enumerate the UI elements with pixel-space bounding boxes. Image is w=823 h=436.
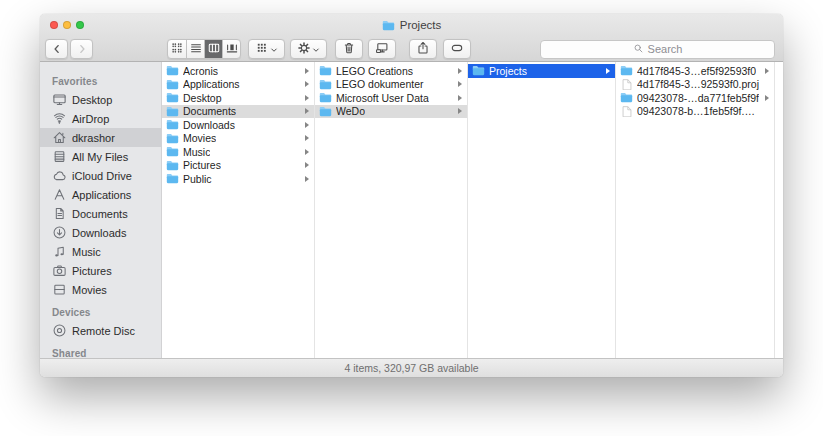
file-name: 09423078-…da771feb5f9f — [637, 92, 759, 104]
search-input[interactable]: Search — [540, 40, 775, 59]
home-icon — [52, 130, 67, 145]
disclosure-arrow-icon — [458, 95, 462, 101]
tag-icon — [450, 41, 464, 58]
back-button[interactable] — [45, 39, 68, 59]
document-icon — [52, 206, 67, 221]
disclosure-arrow-icon — [305, 81, 309, 87]
applications-icon — [52, 187, 67, 202]
connect-button[interactable] — [368, 39, 396, 59]
status-text: 4 items, 320,97 GB available — [344, 362, 478, 374]
all-files-icon — [52, 149, 67, 164]
disclosure-arrow-icon — [606, 68, 610, 74]
folder-icon — [166, 173, 179, 184]
sidebar-item-desktop[interactable]: Desktop — [40, 90, 161, 109]
action-button[interactable] — [290, 39, 327, 59]
window-title: Projects — [400, 19, 442, 31]
sidebar-item-label: dkrashor — [72, 132, 115, 144]
folder-icon — [166, 133, 179, 144]
file-name: Acronis — [183, 65, 218, 77]
content-area: Favorites Desktop AirDrop dkrashor All M… — [40, 62, 783, 358]
desktop-icon — [52, 92, 67, 107]
column-filler — [775, 62, 783, 358]
sidebar-item-label: Movies — [72, 284, 107, 296]
sidebar-item-remote-disc[interactable]: Remote Disc — [40, 321, 161, 340]
file-row[interactable]: 09423078-b…1feb5f9f.proj — [616, 105, 774, 119]
file-row[interactable]: 4d17f845-3…92593f0.proj — [616, 78, 774, 92]
list-view-button[interactable] — [186, 40, 204, 58]
disclosure-arrow-icon — [305, 108, 309, 114]
file-row[interactable]: Documents — [162, 105, 314, 119]
sidebar-item-label: Remote Disc — [72, 325, 135, 337]
file-row[interactable]: Desktop — [162, 91, 314, 105]
disclosure-arrow-icon — [765, 68, 769, 74]
music-note-icon — [52, 244, 67, 259]
file-row[interactable]: Acronis — [162, 64, 314, 78]
toolbar: Search — [45, 39, 775, 59]
disclosure-arrow-icon — [765, 95, 769, 101]
tags-button[interactable] — [443, 39, 471, 59]
coverflow-view-button[interactable] — [222, 40, 240, 58]
file-name: Applications — [183, 78, 240, 90]
file-row[interactable]: 4d17f845-3…ef5f92593f0 — [616, 64, 774, 78]
sidebar-item-applications[interactable]: Applications — [40, 185, 161, 204]
file-name: Documents — [183, 105, 236, 117]
folder-icon — [319, 106, 332, 117]
browser-column: LEGO Creations LEGO dokumenter Microsoft… — [315, 62, 468, 358]
arrange-button[interactable] — [248, 39, 285, 59]
delete-button[interactable] — [335, 39, 363, 59]
sidebar-item-documents[interactable]: Documents — [40, 204, 161, 223]
search-icon — [633, 40, 644, 58]
sidebar-item-downloads[interactable]: Downloads — [40, 223, 161, 242]
sidebar-item-all-my-files[interactable]: All My Files — [40, 147, 161, 166]
coverflow-view-icon — [225, 41, 239, 58]
file-row[interactable]: LEGO dokumenter — [315, 78, 467, 92]
disclosure-arrow-icon — [458, 81, 462, 87]
share-button[interactable] — [409, 39, 437, 59]
sidebar-item-label: Music — [72, 246, 101, 258]
file-row[interactable]: WeDo — [315, 105, 467, 119]
sidebar-section: Shared — [40, 348, 161, 358]
browser-column: Acronis Applications Desktop Documents D… — [162, 62, 315, 358]
file-row[interactable]: 09423078-…da771feb5f9f — [616, 91, 774, 105]
file-row[interactable]: Applications — [162, 78, 314, 92]
folder-icon — [472, 65, 485, 76]
file-name: 4d17f845-3…ef5f92593f0 — [637, 65, 756, 77]
sidebar-item-label: Desktop — [72, 94, 112, 106]
icon-view-button[interactable] — [168, 40, 186, 58]
list-view-icon — [189, 41, 203, 58]
sidebar-item-movies[interactable]: Movies — [40, 280, 161, 299]
file-row[interactable]: LEGO Creations — [315, 64, 467, 78]
file-row[interactable]: Projects — [468, 64, 615, 78]
column-view-button[interactable] — [204, 40, 222, 58]
sidebar-item-icloud-drive[interactable]: iCloud Drive — [40, 166, 161, 185]
file-name: Microsoft User Data — [336, 92, 429, 104]
folder-icon — [166, 106, 179, 117]
sidebar-section: Devices Remote Disc — [40, 307, 161, 340]
file-name: Projects — [489, 65, 527, 77]
sidebar-section-header: Favorites — [52, 76, 161, 87]
disclosure-arrow-icon — [305, 176, 309, 182]
forward-button[interactable] — [70, 39, 93, 59]
file-icon — [620, 79, 633, 90]
icon-view-icon — [170, 41, 184, 58]
disclosure-arrow-icon — [305, 149, 309, 155]
file-row[interactable]: Movies — [162, 132, 314, 146]
share-icon — [416, 41, 430, 58]
sidebar-item-music[interactable]: Music — [40, 242, 161, 261]
disclosure-arrow-icon — [305, 162, 309, 168]
disclosure-arrow-icon — [305, 68, 309, 74]
file-row[interactable]: Microsoft User Data — [315, 91, 467, 105]
title-bar: Projects — [40, 17, 783, 33]
camera-icon — [52, 263, 67, 278]
sidebar-item-dkrashor[interactable]: dkrashor — [40, 128, 161, 147]
file-row[interactable]: Pictures — [162, 159, 314, 173]
file-name: Music — [183, 146, 210, 158]
file-row[interactable]: Music — [162, 145, 314, 159]
sidebar-item-airdrop[interactable]: AirDrop — [40, 109, 161, 128]
file-name: LEGO dokumenter — [336, 78, 424, 90]
disclosure-arrow-icon — [458, 68, 462, 74]
sidebar-item-pictures[interactable]: Pictures — [40, 261, 161, 280]
file-row[interactable]: Public — [162, 172, 314, 186]
file-row[interactable]: Downloads — [162, 118, 314, 132]
file-name: Movies — [183, 132, 216, 144]
